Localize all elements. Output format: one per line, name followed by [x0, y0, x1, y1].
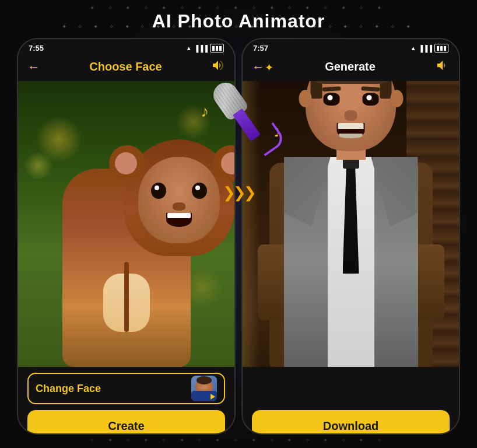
right-header-title: Generate — [325, 60, 376, 74]
page-wrapper: ✦ ✧ ✦ ✧ ✦ ✧ ✦ ✧ ✦ ✧ ✦ ✧ ✦ ✧ ✦ ✧ ✦ ✧ ✦ ✧ … — [0, 0, 477, 448]
change-face-button[interactable]: Change Face — [27, 373, 225, 404]
star-decoration-bottom: ✧ ✦ ✧ ✦ ✧ ✦ ✧ ✦ ✧ ✦ ✧ ✦ ✧ ✦ ✧ ✦ ✧ — [0, 437, 477, 443]
right-signal-icon: ▐▐▐ — [419, 45, 432, 52]
change-face-label: Change Face — [36, 383, 101, 395]
face-thumbnail — [191, 376, 217, 401]
right-status-icons: ▲ ▐▐▐ ▮▮▮ — [411, 44, 448, 52]
create-button[interactable]: Create — [27, 410, 225, 435]
right-status-bar: 7:57 ▲ ▐▐▐ ▮▮▮ — [243, 39, 459, 55]
left-status-icons: ▲ ▐▐▐ ▮▮▮ — [186, 44, 224, 52]
left-header-title: Choose Face — [89, 60, 162, 74]
right-battery-icon: ▮▮▮ — [434, 44, 448, 52]
right-phone-bottom: Download — [243, 367, 459, 435]
right-back-button[interactable]: ← — [252, 60, 265, 75]
right-header: ← Generate — [243, 55, 459, 81]
star-decoration-top: ✦ ✧ ✦ ✧ ✦ ✧ ✦ ✧ ✦ ✧ ✦ ✧ ✦ ✧ ✦ ✧ ✦ — [0, 5, 477, 11]
left-header: ← Choose Face — [18, 55, 234, 81]
wifi-icon: ▲ — [186, 45, 192, 51]
right-time: 7:57 — [253, 44, 268, 52]
left-sound-icon[interactable] — [211, 58, 225, 75]
left-image-area — [18, 81, 234, 367]
left-phone-bottom: Change Face Create — [18, 367, 234, 435]
right-image-area — [243, 81, 459, 367]
signal-icon: ▐▐▐ — [194, 45, 208, 52]
right-phone: 7:57 ▲ ▐▐▐ ▮▮▮ ← Generate — [241, 38, 460, 435]
left-back-button[interactable]: ← — [27, 60, 40, 75]
right-sound-icon[interactable] — [436, 58, 450, 75]
left-time: 7:55 — [29, 44, 44, 52]
battery-icon: ▮▮▮ — [210, 44, 224, 52]
right-wifi-icon: ▲ — [411, 45, 416, 51]
phones-container: 7:55 ▲ ▐▐▐ ▮▮▮ ← Choose Face — [0, 32, 477, 435]
left-status-bar: 7:55 ▲ ▐▐▐ ▮▮▮ — [18, 39, 234, 55]
left-phone: 7:55 ▲ ▐▐▐ ▮▮▮ ← Choose Face — [17, 38, 236, 435]
download-button[interactable]: Download — [252, 410, 450, 435]
